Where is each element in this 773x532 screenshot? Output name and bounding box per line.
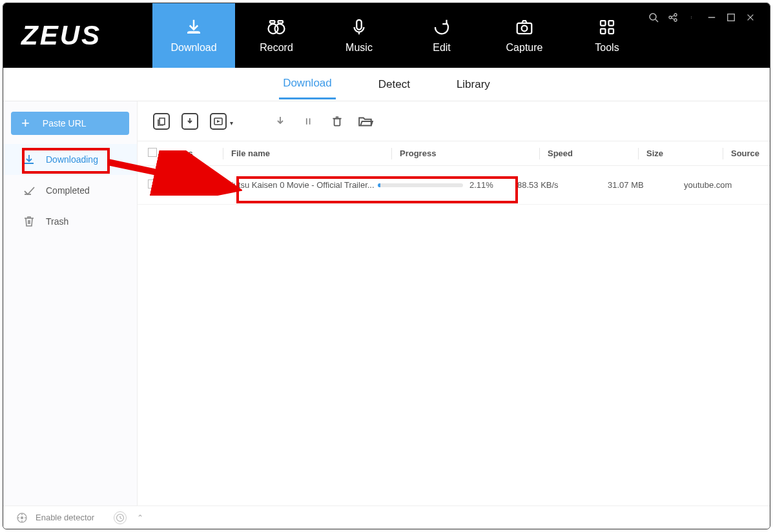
svg-point-23 [21,517,23,518]
chevron-up-icon[interactable]: ⌃ [134,512,146,524]
video-options-icon[interactable]: ▾ [210,113,227,130]
progress-fill [378,183,380,187]
top-bar: ZEUS Download Record Music [3,3,770,68]
col-source[interactable]: Source [731,148,770,158]
svg-rect-18 [728,14,735,21]
sidebar-item-downloading[interactable]: Downloading [3,144,137,175]
sidebar: + Paste URL Downloading Completed Tras [3,101,138,506]
status-bar: Enable detector ⌃ [3,506,770,529]
schedule-icon[interactable] [114,511,127,524]
source-cell: youtube.com [684,180,770,190]
progress-cell: 2.11% [378,180,517,190]
plus-icon: + [21,115,30,132]
sidebar-item-label: Trash [46,216,68,227]
table-header: ▾ Status File name Progress Speed Size S… [138,141,770,166]
svg-point-11 [650,14,656,20]
download-icon [184,17,203,37]
detector-icon[interactable] [16,512,28,524]
subnav-download[interactable]: Download [279,69,336,99]
svg-rect-2 [270,21,275,23]
window-controls [648,3,770,68]
nav-label: Record [260,42,293,54]
paste-url-button[interactable]: + Paste URL [11,112,129,135]
speed-cell: 88.53 KB/s [517,180,608,190]
svg-rect-3 [278,21,283,23]
svg-rect-10 [609,29,614,34]
nav-label: Music [345,42,373,54]
main-panel: ▾ ▾ Status File name Progress Speed Size [138,101,770,506]
capture-icon [515,17,534,37]
col-speed[interactable]: Speed [548,148,638,158]
sidebar-item-label: Completed [46,185,90,196]
sidebar-item-label: Downloading [46,154,98,165]
svg-rect-5 [517,23,532,34]
paste-url-label: Paste URL [43,118,87,128]
svg-point-17 [691,18,692,19]
edit-icon [432,17,451,37]
sub-nav: Download Detect Library [3,68,770,101]
nav-tools[interactable]: Tools [566,3,648,68]
pause-icon[interactable] [300,113,317,130]
close-icon[interactable] [745,12,756,23]
col-size[interactable]: Size [646,148,723,158]
col-filename[interactable]: File name [231,148,391,158]
share-icon[interactable] [668,12,678,23]
download-single-icon[interactable] [181,113,198,130]
svg-point-16 [691,17,692,18]
col-progress[interactable]: Progress [400,148,539,158]
svg-point-6 [522,26,528,32]
sidebar-item-trash[interactable]: Trash [3,206,137,237]
maximize-icon[interactable] [726,12,736,23]
sidebar-item-completed[interactable]: Completed [3,175,137,206]
row-checkbox[interactable] [148,179,157,189]
completed-icon [23,184,36,197]
svg-rect-7 [601,21,606,26]
chevron-down-icon: ▾ [230,119,233,127]
nav-label: Tools [595,42,619,54]
svg-point-14 [674,19,677,21]
chevron-down-icon[interactable]: ▾ [158,152,161,158]
nav-edit[interactable]: Edit [400,3,483,68]
svg-point-15 [691,16,692,17]
content-area: + Paste URL Downloading Completed Tras [3,101,770,506]
detector-label[interactable]: Enable detector [36,513,94,522]
nav-label: Download [170,42,216,54]
nav-music[interactable]: Music [318,3,400,68]
music-icon [349,17,369,37]
nav-label: Capture [506,42,543,54]
select-all-checkbox[interactable] [148,148,157,157]
col-status[interactable]: Status [165,148,223,158]
table-row[interactable]: Jujutsu Kaisen 0 Movie - Official Traile… [138,166,770,205]
app-logo: ZEUS [3,3,152,68]
tools-icon [597,17,617,37]
open-folder-icon[interactable] [357,113,374,130]
subnav-library[interactable]: Library [453,70,494,99]
status-cell [165,176,223,194]
svg-rect-8 [609,21,614,26]
nav-download[interactable]: Download [152,3,235,68]
filename-cell: Jujutsu Kaisen 0 Movie - Official Traile… [223,180,378,190]
progress-percent: 2.11% [469,180,493,190]
delete-icon[interactable] [329,113,345,130]
nav-record[interactable]: Record [235,3,318,68]
primary-nav: Download Record Music Edit [152,3,648,68]
progress-bar [378,183,463,187]
menu-icon[interactable] [687,12,697,23]
size-cell: 31.07 MB [608,180,684,190]
nav-label: Edit [433,42,451,54]
trash-icon [23,215,36,228]
toolbar: ▾ [138,101,770,141]
search-icon[interactable] [648,12,659,23]
svg-rect-9 [601,29,606,34]
svg-point-1 [275,24,285,34]
downloading-icon [23,153,36,166]
svg-rect-4 [356,20,362,30]
svg-point-12 [669,16,672,19]
minimize-icon[interactable] [706,12,717,23]
batch-download-icon[interactable] [153,113,170,130]
nav-capture[interactable]: Capture [483,3,566,68]
resume-icon[interactable] [272,113,289,130]
svg-point-13 [674,14,677,16]
svg-rect-20 [335,118,340,125]
subnav-detect[interactable]: Detect [375,70,414,99]
